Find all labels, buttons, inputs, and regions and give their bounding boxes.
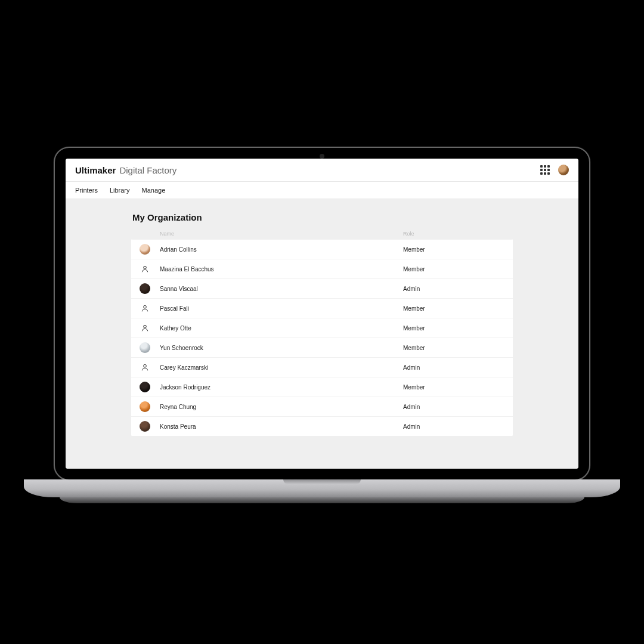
- default-avatar-icon: [140, 303, 150, 314]
- svg-point-3: [144, 364, 147, 367]
- brand-light: Digital Factory: [119, 165, 177, 175]
- default-avatar-icon: [140, 362, 150, 373]
- member-name: Jackson Rodriguez: [160, 384, 403, 391]
- member-name: Yun Schoenrock: [160, 345, 403, 351]
- member-role: Member: [403, 246, 504, 253]
- nav-item-printers[interactable]: Printers: [75, 187, 98, 194]
- content-area: My Organization Name Role Adrian Collins…: [66, 199, 578, 469]
- member-role: Admin: [403, 364, 504, 371]
- member-role: Member: [403, 266, 504, 273]
- primary-nav: Printers Library Manage: [66, 182, 578, 199]
- member-name: Pascal Fali: [160, 305, 403, 312]
- table-row[interactable]: Kathey OtteMember: [131, 318, 513, 338]
- apps-grid-icon[interactable]: [540, 165, 550, 175]
- user-avatar-icon: [140, 382, 150, 392]
- svg-point-1: [144, 305, 147, 308]
- table-row[interactable]: Jackson RodriguezMember: [131, 377, 513, 397]
- laptop-mockup: Ultimaker Digital Factory Printers Libra…: [54, 147, 590, 497]
- member-role: Admin: [403, 423, 504, 430]
- column-header-role: Role: [403, 231, 504, 237]
- user-avatar-icon: [140, 283, 150, 294]
- member-name: Kathey Otte: [160, 325, 403, 332]
- member-role: Member: [403, 305, 504, 312]
- member-role: Member: [403, 384, 504, 391]
- table-row[interactable]: Adrian CollinsMember: [131, 239, 513, 259]
- member-name: Konsta Peura: [160, 423, 403, 430]
- table-row[interactable]: Reyna ChungAdmin: [131, 397, 513, 416]
- member-name: Adrian Collins: [160, 246, 403, 253]
- svg-point-0: [144, 266, 147, 269]
- members-table-header: Name Role: [131, 227, 513, 239]
- members-table: Adrian CollinsMemberMaazina El BacchusMe…: [131, 239, 513, 436]
- member-role: Member: [403, 345, 504, 351]
- user-avatar-menu[interactable]: [558, 165, 569, 175]
- table-row[interactable]: Maazina El BacchusMember: [131, 259, 513, 278]
- member-role: Admin: [403, 286, 504, 292]
- user-avatar-icon: [140, 401, 150, 412]
- user-avatar-icon: [140, 244, 150, 255]
- member-name: Carey Kaczmarski: [160, 364, 403, 371]
- default-avatar-icon: [140, 323, 150, 333]
- member-role: Admin: [403, 404, 504, 410]
- user-avatar-icon: [140, 342, 150, 353]
- table-row[interactable]: Carey KaczmarskiAdmin: [131, 357, 513, 377]
- nav-item-manage[interactable]: Manage: [142, 187, 166, 194]
- table-row[interactable]: Yun SchoenrockMember: [131, 338, 513, 357]
- header-actions: [540, 165, 569, 175]
- table-row[interactable]: Pascal FaliMember: [131, 298, 513, 318]
- member-name: Sanna Viscaal: [160, 286, 403, 292]
- default-avatar-icon: [140, 264, 150, 274]
- member-name: Maazina El Bacchus: [160, 266, 403, 273]
- brand-logo[interactable]: Ultimaker Digital Factory: [75, 165, 177, 175]
- member-role: Member: [403, 325, 504, 332]
- laptop-feet: [60, 497, 584, 503]
- member-name: Reyna Chung: [160, 404, 403, 410]
- nav-item-library[interactable]: Library: [110, 187, 130, 194]
- page-title: My Organization: [131, 212, 513, 222]
- column-header-name: Name: [160, 231, 403, 237]
- app-viewport: Ultimaker Digital Factory Printers Libra…: [66, 159, 578, 469]
- app-header: Ultimaker Digital Factory: [66, 159, 578, 182]
- laptop-base: [24, 479, 620, 497]
- table-row[interactable]: Sanna ViscaalAdmin: [131, 278, 513, 298]
- laptop-hinge-notch: [283, 479, 361, 484]
- brand-strong: Ultimaker: [75, 165, 116, 175]
- camera-dot: [320, 154, 324, 159]
- laptop-lid: Ultimaker Digital Factory Printers Libra…: [54, 147, 590, 481]
- organization-panel: My Organization Name Role Adrian Collins…: [131, 212, 513, 436]
- table-row[interactable]: Konsta PeuraAdmin: [131, 416, 513, 436]
- svg-point-2: [144, 325, 147, 328]
- user-avatar-icon: [140, 421, 150, 432]
